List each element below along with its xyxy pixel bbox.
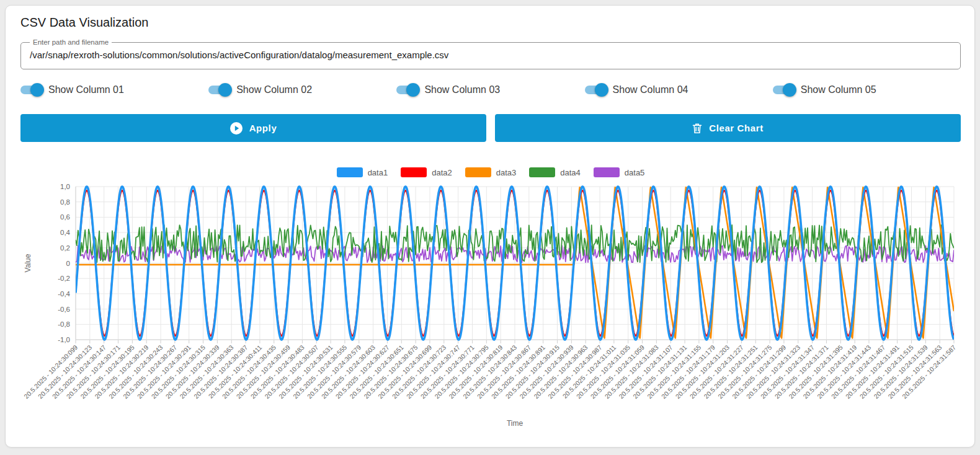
svg-text:1,0: 1,0 [60, 183, 70, 190]
toggle-switch-icon[interactable] [585, 86, 606, 94]
svg-text:-0,4: -0,4 [58, 290, 70, 298]
svg-text:-1,0: -1,0 [58, 336, 70, 343]
svg-text:0,4: 0,4 [60, 229, 71, 236]
chart-legend: data1 data2 data3 data4 data5 [20, 164, 961, 180]
apply-button[interactable]: Apply [20, 114, 486, 142]
svg-text:-0,6: -0,6 [58, 306, 70, 313]
toggle-switch-icon[interactable] [773, 86, 794, 94]
legend-label: data4 [560, 168, 581, 177]
toggle-switch-icon[interactable] [396, 86, 417, 94]
trash-icon [692, 123, 702, 134]
legend-swatch-icon [465, 167, 491, 177]
svg-text:0,6: 0,6 [60, 213, 70, 221]
column-toggle[interactable]: Show Column 01 [20, 82, 208, 98]
legend-label: data3 [496, 168, 517, 177]
legend-item[interactable]: data5 [594, 167, 645, 177]
svg-text:-0,8: -0,8 [58, 320, 70, 328]
apply-button-label: Apply [249, 123, 277, 133]
toggle-switch-icon[interactable] [208, 86, 229, 94]
toggle-switch-icon[interactable] [20, 86, 42, 94]
svg-text:0,2: 0,2 [60, 244, 70, 252]
path-field: Enter path and filename [20, 38, 961, 69]
path-input[interactable] [29, 46, 954, 68]
column-toggle[interactable]: Show Column 03 [396, 82, 584, 98]
page-title: CSV Data Visualization [20, 15, 961, 30]
path-field-label: Enter path and filename [30, 38, 112, 46]
svg-text:0: 0 [66, 260, 70, 267]
legend-swatch-icon [337, 167, 363, 177]
column-toggle-row: Show Column 01 Show Column 02 Show Colum… [20, 82, 961, 98]
column-toggle[interactable]: Show Column 02 [208, 82, 396, 98]
svg-text:Value: Value [24, 254, 32, 272]
legend-swatch-icon [529, 167, 555, 177]
toggle-label: Show Column 03 [424, 84, 500, 95]
svg-text:Time: Time [507, 419, 523, 428]
toggle-label: Show Column 01 [48, 84, 124, 95]
play-circle-icon [230, 122, 243, 135]
legend-swatch-icon [594, 167, 620, 177]
button-row: Apply Clear Chart [20, 114, 961, 142]
svg-text:0,8: 0,8 [60, 198, 70, 206]
column-toggle[interactable]: Show Column 04 [585, 82, 773, 98]
clear-chart-button[interactable]: Clear Chart [495, 114, 961, 142]
legend-item[interactable]: data1 [337, 167, 388, 177]
clear-chart-button-label: Clear Chart [709, 123, 763, 133]
legend-swatch-icon [401, 167, 427, 177]
toggle-label: Show Column 02 [236, 84, 312, 95]
chart-section: data1 data2 data3 data4 data5 1,00, [20, 164, 961, 435]
legend-item[interactable]: data4 [529, 167, 581, 177]
app-card: CSV Data Visualization Enter path and fi… [5, 5, 975, 448]
chart-canvas: 1,00,80,60,40,20-0,2-0,4-0,6-0,8-1,020.5… [20, 183, 963, 432]
svg-text:-0,2: -0,2 [58, 275, 70, 282]
toggle-label: Show Column 04 [613, 84, 688, 95]
legend-label: data5 [625, 168, 645, 177]
legend-item[interactable]: data3 [465, 167, 517, 177]
column-toggle[interactable]: Show Column 05 [773, 82, 961, 98]
legend-label: data1 [368, 168, 388, 177]
legend-item[interactable]: data2 [401, 167, 452, 177]
legend-label: data2 [432, 168, 452, 177]
toggle-label: Show Column 05 [801, 84, 876, 95]
